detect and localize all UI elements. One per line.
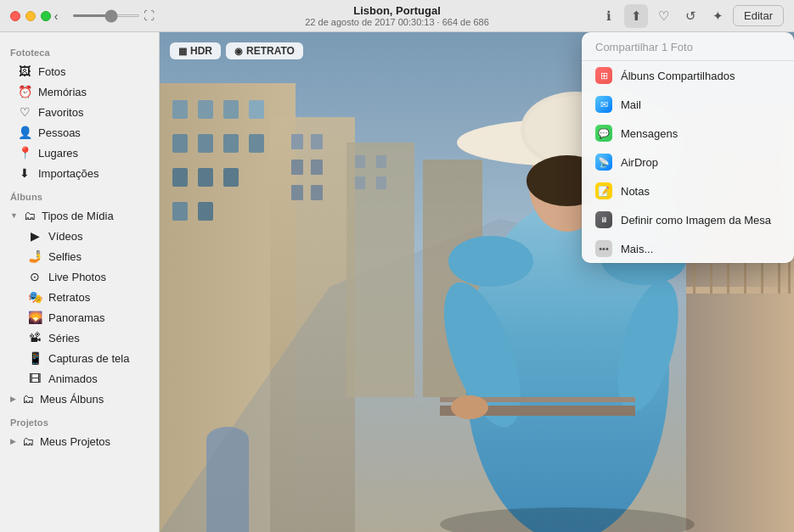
svg-rect-18 (291, 134, 303, 149)
svg-rect-12 (223, 168, 239, 187)
portrait-tag: ◉ RETRATO (226, 42, 303, 59)
sidebar-label-live-photos: Live Photos (48, 271, 106, 283)
svg-rect-3 (198, 100, 213, 119)
sidebar-item-videos[interactable]: ▶ Vídeos (3, 226, 155, 246)
dropdown-item-mail[interactable]: ✉ Mail (582, 90, 794, 119)
sidebar-label-favoritos: Favoritos (38, 106, 83, 119)
sidebar-item-memorias[interactable]: ⏰ Memórias (3, 81, 155, 102)
hdr-label: HDR (190, 45, 212, 57)
group-meus-projetos[interactable]: ▶ 🗂 Meus Projetos (3, 431, 155, 451)
sidebar: Fototeca 🖼 Fotos ⏰ Memórias ♡ Favoritos … (0, 32, 160, 532)
sidebar-label-panoramas: Panoramas (48, 311, 104, 324)
sidebar-item-favoritos[interactable]: ♡ Favoritos (3, 102, 155, 122)
sidebar-item-animados[interactable]: 🎞 Animados (3, 368, 155, 389)
share-button[interactable]: ⬆ (624, 4, 648, 28)
sidebar-label-series: Séries (48, 332, 80, 344)
messages-label: Mensagens (621, 127, 678, 140)
favorite-button[interactable]: ♡ (651, 4, 675, 28)
videos-icon: ▶ (27, 229, 42, 243)
back-button[interactable]: ‹ (47, 7, 65, 25)
group-meus-albuns[interactable]: ▶ 🗂 Meus Álbuns (3, 389, 155, 409)
svg-rect-20 (291, 160, 303, 175)
close-button[interactable] (10, 11, 20, 21)
sidebar-label-capturas: Capturas de tela (48, 352, 129, 365)
my-projects-icon: 🗂 (20, 434, 36, 448)
screenshots-icon: 📱 (27, 351, 42, 365)
svg-rect-37 (686, 287, 794, 294)
desktop-label: Definir como Imagem da Mesa (621, 214, 771, 227)
fullscreen-icon: ⛶ (144, 9, 155, 22)
my-albums-icon: 🗂 (20, 392, 36, 406)
svg-rect-27 (355, 155, 365, 168)
dropdown-item-desktop[interactable]: 🖥 Definir como Imagem da Mesa (582, 205, 794, 234)
hdr-tag: ▦ HDR (170, 42, 221, 59)
sidebar-item-lugares[interactable]: 📍 Lugares (3, 143, 155, 163)
chevron-right-icon-2: ▶ (10, 437, 16, 445)
sidebar-label-retratos: Retratos (48, 291, 90, 304)
info-button[interactable]: ℹ (597, 4, 621, 28)
dropdown-item-airdrop[interactable]: 📡 AirDrop (582, 148, 794, 176)
svg-rect-11 (198, 168, 213, 187)
imports-icon: ⬇ (17, 166, 32, 180)
sidebar-item-fotos[interactable]: 🖼 Fotos (3, 61, 155, 81)
svg-point-54 (448, 236, 533, 287)
memories-icon: ⏰ (17, 85, 32, 98)
messages-icon: 💬 (595, 125, 612, 142)
sidebar-item-capturas[interactable]: 📱 Capturas de tela (3, 348, 155, 368)
hdr-icon: ▦ (178, 46, 187, 57)
section-label-fototeca: Fototeca (0, 39, 159, 61)
live-photos-icon: ⊙ (27, 270, 42, 283)
group-label-meus-projetos: Meus Projetos (40, 435, 110, 448)
svg-rect-7 (198, 134, 213, 153)
airdrop-icon: 📡 (595, 154, 612, 171)
sidebar-label-animados: Animados (48, 372, 98, 385)
portrait-icon: ◉ (234, 46, 243, 57)
portrait-label: RETRATO (246, 45, 295, 57)
group-tipos-de-midia[interactable]: ▼ 🗂 Tipos de Mídia (3, 205, 155, 226)
photo-content: ▦ HDR ◉ RETRATO Compartilhar 1 Foto ⊞ Ál… (160, 32, 794, 532)
sidebar-item-selfies[interactable]: 🤳 Selfies (3, 246, 155, 266)
portraits-icon: 🎭 (27, 290, 42, 304)
mail-icon: ✉ (595, 96, 612, 113)
dropdown-item-shared-albums[interactable]: ⊞ Álbuns Compartilhados (582, 61, 794, 90)
sidebar-item-panoramas[interactable]: 🌄 Panoramas (3, 307, 155, 328)
svg-rect-28 (376, 155, 386, 168)
photo-title: Lisbon, Portugal (305, 4, 489, 18)
dropdown-item-more[interactable]: ••• Mais... (582, 234, 794, 263)
svg-rect-22 (291, 185, 303, 200)
favorites-icon: ♡ (17, 105, 32, 119)
sidebar-label-videos: Vídeos (48, 230, 82, 243)
svg-rect-23 (311, 185, 323, 200)
people-icon: 👤 (17, 126, 32, 139)
places-icon: 📍 (17, 146, 32, 160)
dropdown-item-messages[interactable]: 💬 Mensagens (582, 119, 794, 148)
dropdown-item-notes[interactable]: 📝 Notas (582, 176, 794, 205)
svg-rect-14 (198, 202, 213, 221)
sidebar-item-live-photos[interactable]: ⊙ Live Photos (3, 266, 155, 287)
edit-button[interactable]: Editar (733, 5, 784, 26)
airdrop-label: AirDrop (621, 156, 658, 169)
sidebar-item-series[interactable]: 📽 Séries (3, 328, 155, 348)
svg-rect-29 (355, 176, 365, 189)
sidebar-item-importacoes[interactable]: ⬇ Importações (3, 163, 155, 183)
svg-rect-30 (376, 176, 386, 189)
minimize-button[interactable] (25, 11, 36, 21)
desktop-icon: 🖥 (595, 211, 612, 228)
photo-tags: ▦ HDR ◉ RETRATO (170, 42, 303, 59)
sidebar-item-retratos[interactable]: 🎭 Retratos (3, 287, 155, 307)
rotate-button[interactable]: ↺ (679, 4, 702, 28)
zoom-slider[interactable] (72, 14, 140, 17)
dropdown-header: Compartilhar 1 Foto (582, 32, 794, 61)
notes-icon: 📝 (595, 182, 612, 199)
chevron-down-icon: ▼ (10, 211, 18, 220)
toolbar-actions: ℹ ⬆ ♡ ↺ ✦ Editar (597, 4, 784, 28)
slider-area: ⛶ (72, 9, 155, 22)
sidebar-label-pessoas: Pessoas (38, 126, 81, 139)
svg-rect-21 (311, 160, 323, 175)
sidebar-item-pessoas[interactable]: 👤 Pessoas (3, 122, 155, 143)
enhance-button[interactable]: ✦ (706, 4, 729, 28)
group-label-tipos: Tipos de Mídia (42, 210, 114, 222)
sidebar-label-importacoes: Importações (38, 167, 99, 180)
svg-rect-5 (249, 100, 264, 119)
notes-label: Notas (621, 185, 650, 198)
